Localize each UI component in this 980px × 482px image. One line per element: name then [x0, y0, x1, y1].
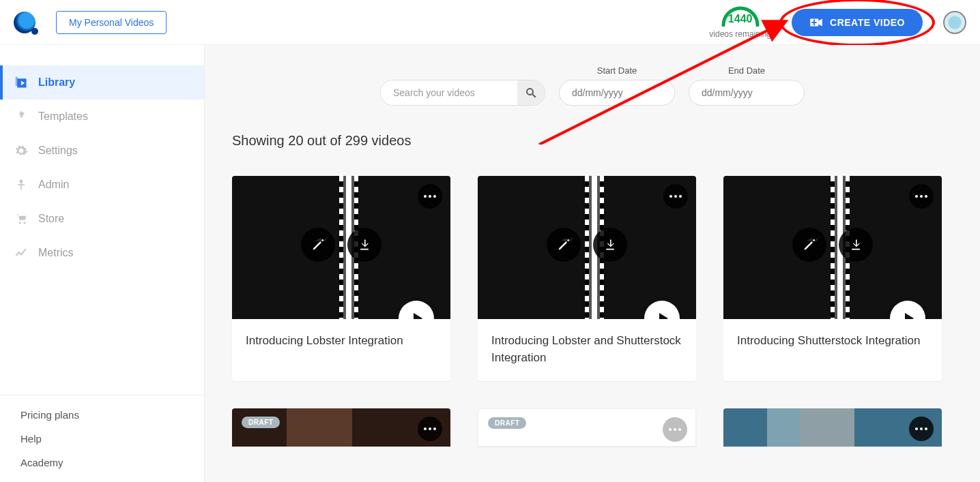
video-title: Introducing Lobster and Shutterstock Int… [491, 333, 682, 366]
sidebar-item-admin[interactable]: Admin [0, 168, 204, 202]
video-card[interactable]: Introducing Lobster Integration [232, 176, 450, 381]
video-thumbnail [723, 408, 942, 447]
video-thumbnail: DRAFT [232, 408, 450, 447]
play-button[interactable] [644, 301, 680, 319]
play-button[interactable] [399, 301, 434, 319]
card-menu-button[interactable] [663, 184, 688, 209]
personal-videos-button[interactable]: My Personal Videos [56, 11, 167, 34]
sidebar: Library Templates Settings Admin Store M… [0, 45, 205, 482]
card-menu-button[interactable] [418, 417, 442, 441]
play-icon [904, 312, 914, 319]
download-button[interactable] [839, 228, 873, 262]
search-icon [525, 87, 537, 99]
store-icon [14, 211, 29, 226]
card-menu-button[interactable] [909, 184, 934, 209]
sidebar-item-label: Admin [38, 179, 69, 191]
user-avatar[interactable] [943, 11, 966, 34]
video-title: Introducing Shutterstock Integration [737, 333, 928, 350]
play-button[interactable] [890, 301, 925, 319]
settings-icon [14, 143, 29, 158]
card-menu-button[interactable] [909, 417, 934, 441]
svg-rect-5 [16, 77, 18, 86]
admin-icon [14, 177, 29, 192]
main-content: Start Date End Date Showing 20 out of 29… [205, 45, 980, 482]
video-card[interactable]: DRAFT [232, 408, 450, 447]
svg-point-10 [19, 222, 21, 224]
results-summary: Showing 20 out of 299 videos [232, 133, 953, 149]
create-video-button[interactable]: CREATE VIDEO [792, 9, 923, 36]
start-date-group: Start Date [559, 65, 675, 106]
edit-button[interactable] [301, 228, 335, 262]
end-date-group: End Date [689, 65, 805, 106]
app-logo[interactable] [14, 12, 35, 33]
svg-point-6 [20, 115, 22, 117]
sidebar-item-metrics[interactable]: Metrics [0, 236, 204, 270]
draft-badge: DRAFT [242, 417, 280, 428]
sidebar-item-settings[interactable]: Settings [0, 134, 204, 168]
metrics-icon [14, 245, 29, 260]
start-date-label: Start Date [597, 65, 637, 76]
svg-rect-2 [811, 22, 817, 23]
edit-button[interactable] [792, 228, 826, 262]
card-menu-button[interactable] [663, 417, 687, 442]
templates-icon [14, 109, 29, 124]
create-video-label: CREATE VIDEO [830, 17, 905, 28]
svg-line-13 [532, 94, 536, 97]
download-icon [849, 238, 863, 252]
play-icon [658, 312, 669, 319]
sidebar-item-templates[interactable]: Templates [0, 100, 204, 134]
videos-remaining-count: 1440 [709, 13, 771, 25]
download-icon [603, 238, 617, 252]
download-button[interactable] [593, 228, 627, 262]
footer-link-academy[interactable]: Academy [20, 457, 184, 468]
search-button[interactable] [517, 80, 545, 105]
edit-button[interactable] [547, 228, 581, 262]
end-date-label: End Date [728, 65, 765, 76]
svg-rect-9 [18, 184, 25, 185]
videos-remaining-label: videos remaining [709, 29, 771, 39]
video-card[interactable]: DRAFT [478, 408, 696, 447]
video-card[interactable]: Introducing Shutterstock Integration [723, 176, 942, 381]
library-icon [14, 75, 29, 90]
sidebar-item-library[interactable]: Library [0, 65, 204, 100]
search-input[interactable] [381, 80, 517, 105]
sidebar-item-store[interactable]: Store [0, 202, 204, 236]
video-camera-icon [809, 17, 823, 28]
pencil-icon [311, 238, 325, 252]
svg-point-12 [527, 89, 533, 95]
video-thumbnail: DRAFT [478, 408, 696, 447]
video-thumbnail [232, 176, 450, 319]
svg-rect-8 [20, 183, 22, 190]
download-icon [358, 238, 371, 252]
sidebar-item-label: Metrics [38, 247, 74, 259]
end-date-input[interactable] [689, 80, 805, 106]
sidebar-item-label: Settings [38, 145, 78, 157]
video-card[interactable] [723, 408, 942, 447]
pencil-icon [803, 238, 816, 252]
sidebar-item-label: Library [38, 76, 75, 89]
draft-badge: DRAFT [488, 417, 526, 429]
sidebar-item-label: Store [38, 213, 64, 225]
pencil-icon [557, 238, 571, 252]
video-card[interactable]: Introducing Lobster and Shutterstock Int… [478, 176, 696, 381]
search-wrap [380, 80, 545, 106]
start-date-input[interactable] [559, 80, 675, 106]
play-icon [412, 312, 423, 319]
videos-remaining-meter: 1440 videos remaining [709, 6, 771, 39]
download-button[interactable] [347, 228, 381, 262]
footer-link-pricing[interactable]: Pricing plans [20, 409, 184, 421]
footer-link-help[interactable]: Help [20, 433, 184, 445]
sidebar-item-label: Templates [38, 110, 88, 123]
card-menu-button[interactable] [418, 184, 442, 209]
video-thumbnail [723, 176, 942, 319]
sidebar-footer: Pricing plans Help Academy [0, 395, 204, 482]
svg-point-11 [23, 222, 25, 224]
svg-point-7 [20, 180, 23, 183]
video-title: Introducing Lobster Integration [246, 333, 437, 350]
video-grid: Introducing Lobster Integration Introduc… [232, 176, 953, 447]
video-thumbnail [478, 176, 696, 319]
header: My Personal Videos 1440 videos remaining… [0, 0, 980, 45]
filters-row: Start Date End Date [232, 65, 953, 106]
